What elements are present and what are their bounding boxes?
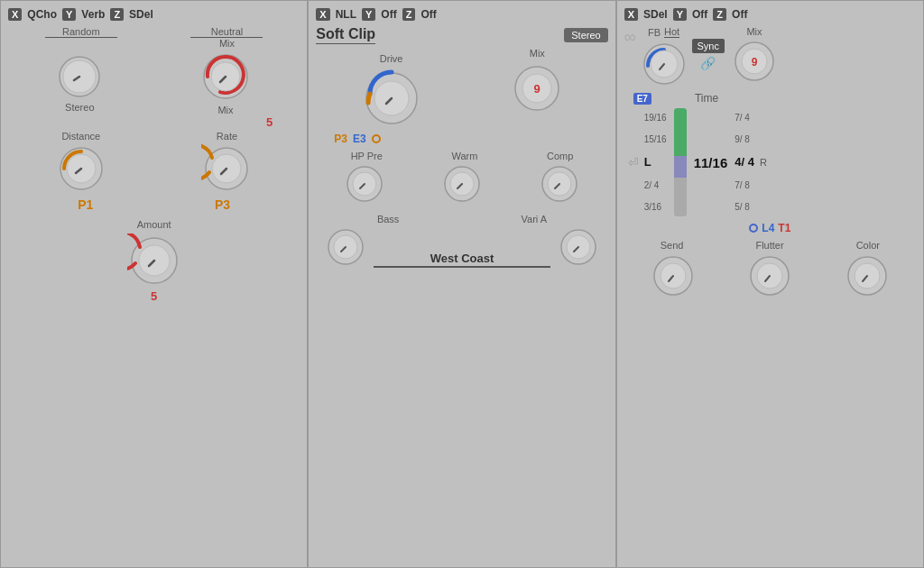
off-label-3z: Off: [732, 8, 747, 21]
knob-amount[interactable]: [127, 234, 181, 288]
knob-varia[interactable]: [558, 226, 599, 268]
z-badge-3: Z: [713, 8, 726, 21]
panel-2: X NLL Y Off Z Off Soft Clip Stereo Drive: [308, 0, 615, 568]
l4-circle: [749, 224, 758, 233]
stereo-button[interactable]: Stereo: [564, 28, 607, 42]
sync-button[interactable]: Sync: [692, 39, 725, 53]
comp-label: Comp: [547, 151, 573, 161]
y-badge-3: Y: [673, 8, 687, 21]
e3-label: E3: [353, 133, 366, 145]
distance-label: Distance: [45, 131, 117, 142]
p1-label: P1: [78, 197, 93, 212]
knob-warm[interactable]: [441, 163, 483, 205]
off-label-2y: Off: [381, 8, 396, 21]
flutter-label: Flutter: [755, 240, 783, 251]
knob-stereo-group: Stereo: [56, 53, 103, 113]
knob-flutter-group: [746, 252, 793, 299]
mix-label-3: Mix: [746, 26, 762, 37]
knob-fb-group: FB Hot: [640, 26, 688, 88]
fb-label: FB: [648, 27, 661, 38]
knob-mix-3-group: Mix 9: [732, 26, 777, 84]
mix-sublabel-1: Mix: [190, 38, 263, 49]
send-label: Send: [661, 240, 684, 251]
time-2-4: 2/ 4: [644, 180, 667, 190]
toggle-icon: ⏎: [628, 155, 639, 169]
knob-hp-pre[interactable]: [344, 163, 385, 205]
mix-label-2: Mix: [530, 48, 545, 59]
x-badge-1: X: [8, 8, 22, 21]
amount-label: Amount: [137, 219, 171, 230]
knob-distance[interactable]: [56, 143, 106, 194]
time-7-8: 7/ 8: [735, 180, 754, 190]
panel-2-header: X NLL Y Off Z Off: [316, 8, 607, 21]
time-9-8: 9/ 8: [735, 134, 754, 144]
panel-3: X SDel Y Off Z Off ∞ FB Hot: [616, 0, 924, 568]
time-3-16: 3/16: [644, 202, 667, 212]
panel3-bottom-knobs: [624, 252, 916, 299]
knob-send[interactable]: [650, 252, 697, 299]
panel-3-header: X SDel Y Off Z Off: [624, 8, 916, 21]
knob-comp[interactable]: [539, 163, 580, 205]
panel-1-header: X QCho Y Verb Z SDel: [8, 8, 300, 21]
warm-label: Warm: [451, 151, 477, 161]
knob-mix-3[interactable]: 9: [732, 39, 777, 84]
panel1-row1-knobs: Stereo Mix: [8, 50, 300, 115]
soft-clip-title: Soft Clip: [316, 26, 375, 44]
knob-warm-group: [441, 163, 483, 205]
y-badge-2: Y: [362, 8, 375, 21]
time-11-16: 11/16: [694, 155, 728, 170]
loop-icon: ∞: [624, 28, 636, 47]
knob-distance-group: [56, 143, 106, 194]
knob-comp-group: [539, 163, 580, 205]
sdel-label-3: SDel: [643, 8, 668, 21]
rate-label: Rate: [190, 131, 263, 142]
knob-drive[interactable]: [361, 68, 422, 129]
knob-rate-group: [201, 143, 252, 194]
x-badge-2: X: [316, 8, 329, 21]
qcho-label: QCho: [27, 8, 57, 21]
time-5-8: 5/ 8: [735, 202, 754, 212]
knob-flutter[interactable]: [746, 252, 793, 299]
amount-value: 5: [151, 289, 157, 303]
knob-color-group: [844, 252, 891, 299]
z-badge-2: Z: [402, 8, 416, 21]
knob-drive-group: Drive: [361, 53, 422, 129]
knob-send-group: [650, 252, 697, 299]
color-label: Color: [856, 240, 880, 251]
knob-mix-1[interactable]: [199, 50, 252, 103]
z-badge-1: Z: [110, 8, 124, 21]
time-15-16: 15/16: [644, 134, 667, 144]
time-19-16: 19/16: [644, 113, 667, 123]
sdel-label-1: SDel: [129, 8, 153, 21]
random-label: Random: [45, 26, 117, 38]
l4-label: L4: [762, 222, 774, 234]
knob-fb[interactable]: [640, 40, 688, 88]
x-badge-3: X: [624, 8, 638, 21]
hot-label: Hot: [664, 26, 679, 38]
knob-mix-2[interactable]: 9: [511, 62, 563, 115]
rate-value: 5: [266, 115, 273, 129]
time-l-center: L: [644, 155, 667, 169]
verb-label: Verb: [81, 8, 105, 21]
panel2-row2-knobs: [316, 163, 607, 205]
plugin-container: X QCho Y Verb Z SDel Random Neutral Mix: [0, 0, 924, 568]
knob-varia-group: [558, 226, 599, 268]
knob-bass[interactable]: [325, 226, 366, 268]
knob-hp-pre-group: [344, 163, 385, 205]
stereo-knob-label: Stereo: [65, 102, 94, 113]
off-label-2z: Off: [420, 8, 436, 21]
neutral-label: Neutral: [190, 26, 263, 38]
off-label-3y: Off: [692, 8, 707, 21]
knob-stereo[interactable]: [56, 53, 103, 100]
nll-label: NLL: [336, 8, 356, 21]
time-7-4: 7/ 4: [735, 113, 754, 123]
panel-1: X QCho Y Verb Z SDel Random Neutral Mix: [0, 0, 308, 568]
knob-bass-group: [325, 226, 366, 268]
knob-rate[interactable]: [201, 143, 252, 194]
e7-badge: E7: [633, 93, 651, 105]
t1-label: T1: [778, 222, 790, 234]
knob-mix-2-group: Mix 9: [511, 48, 563, 115]
west-coast-label: West Coast: [374, 252, 550, 268]
panel1-row2-knobs: [8, 143, 300, 194]
knob-color[interactable]: [844, 252, 891, 299]
